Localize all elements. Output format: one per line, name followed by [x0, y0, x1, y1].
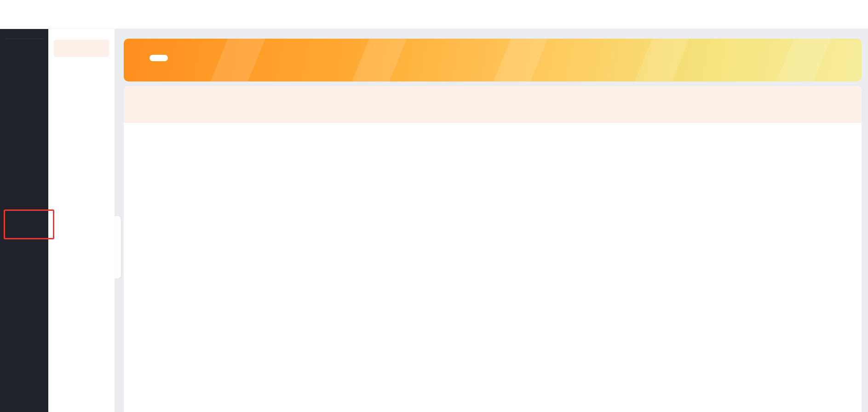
sidebar-collapse-handle[interactable] — [115, 216, 121, 279]
subnav-active-item[interactable] — [54, 40, 109, 57]
primary-sidebar — [0, 29, 48, 412]
sidebar-divider — [5, 39, 44, 39]
category-tabs — [124, 86, 862, 123]
promo-banner — [124, 39, 862, 81]
top-header — [0, 0, 868, 29]
view-now-button[interactable] — [149, 55, 168, 61]
main-area — [115, 29, 868, 412]
marketing-panel — [124, 86, 862, 412]
secondary-sidebar — [48, 29, 115, 412]
